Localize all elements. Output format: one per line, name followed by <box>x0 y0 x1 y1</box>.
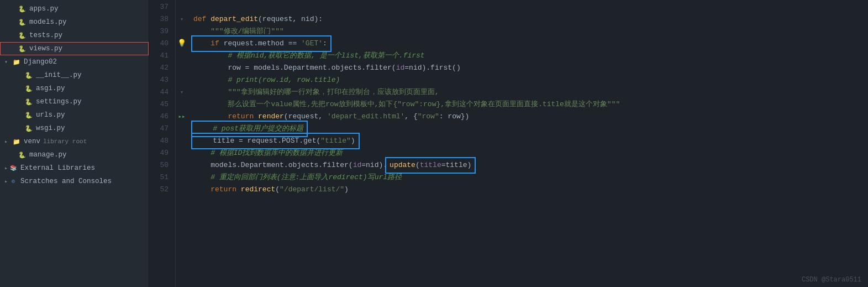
py-file-icon: 🐍 <box>18 4 27 13</box>
code-line-46: return render(request, 'depart_edit.html… <box>193 111 868 123</box>
sidebar-item-external-libs[interactable]: ▸ 📚 External Libraries <box>0 161 149 175</box>
gutter-cell-40: 💡 <box>176 38 188 50</box>
sidebar-item-views-py[interactable]: 🐍 views.py <box>0 42 149 55</box>
code-line-50: models.Department.objects.filter(id=nid)… <box>193 159 868 171</box>
scratches-icon: ⊙ <box>9 177 18 186</box>
sidebar-item-label: tests.py <box>29 32 62 39</box>
code-line-47: # post获取用户提交的标题 <box>193 123 868 135</box>
code-area: 37 38 39 40 41 42 43 44 45 46 47 48 49 5… <box>149 0 868 287</box>
sidebar-item-label: __init__.py <box>36 71 82 79</box>
py-file-icon: 🐍 <box>18 18 27 27</box>
py-file-icon: 🐍 <box>18 150 27 159</box>
code-line-51: # 重定向回部门列表(注意:上面导入redirect)写url路径 <box>193 171 868 184</box>
line-numbers: 37 38 39 40 41 42 43 44 45 46 47 48 49 5… <box>149 0 176 287</box>
code-line-43: # print(row.id, row.title) <box>193 74 868 86</box>
sidebar-item-django02[interactable]: ▾ 📁 Django02 <box>0 55 149 69</box>
sidebar-item-label: Scratches and Consoles <box>20 178 112 185</box>
sidebar-item-label: External Libraries <box>20 164 95 172</box>
py-file-icon: 🐍 <box>18 44 27 53</box>
expand-arrow: ▸ <box>4 138 11 145</box>
py-file-icon: 🐍 <box>24 71 33 80</box>
code-line-45: 那么设置一个value属性,先把row放到模板中,如下{"row":row},拿… <box>193 98 868 111</box>
gutter-cell-49 <box>176 147 188 159</box>
folder-icon: 📁 <box>12 58 21 66</box>
sidebar-item-wsgi-py[interactable]: 🐍 wsgi.py <box>0 122 149 135</box>
sidebar-item-label: views.py <box>29 45 62 53</box>
gutter-cell-44: ▾ <box>176 86 188 98</box>
sidebar-item-scratches[interactable]: ▸ ⊙ Scratches and Consoles <box>0 175 149 188</box>
sidebar-item-apps-py[interactable]: 🐍 apps.py <box>0 2 149 15</box>
sidebar-item-init-py[interactable]: 🐍 __init__.py <box>0 69 149 82</box>
expand-arrow: ▸ <box>4 178 8 185</box>
external-libs-icon: 📚 <box>9 164 18 173</box>
sidebar-item-manage-py[interactable]: 🐍 manage.py <box>0 148 149 161</box>
bulb-icon[interactable]: 💡 <box>177 38 186 50</box>
expand-arrow: ▸ <box>4 165 8 171</box>
gutter-cell-47 <box>176 123 188 135</box>
gutter-cell-38: ▾ <box>176 13 188 25</box>
sidebar-item-asgi-py[interactable]: 🐍 asgi.py <box>0 82 149 95</box>
gutter-cell-51 <box>176 171 188 184</box>
code-line-52: return redirect("/depart/list/") <box>193 184 868 196</box>
sidebar-item-label: urls.py <box>36 111 65 119</box>
code-lines[interactable]: def depart_edit(request, nid): """修改/编辑部… <box>188 0 868 287</box>
gutter-cell-41 <box>176 50 188 62</box>
code-line-40: if request.method == 'GET': <box>193 38 868 50</box>
sidebar-item-label: apps.py <box>29 5 59 13</box>
gutter-cell-37 <box>176 1 188 13</box>
code-line-48: title = request.POST.get("title") <box>193 135 868 147</box>
sidebar-item-settings-py[interactable]: 🐍 settings.py <box>0 95 149 108</box>
code-line-44: """拿到编辑好的哪一行对象，打印在控制台，应该放到页面里面, <box>193 86 868 98</box>
code-content: 37 38 39 40 41 42 43 44 45 46 47 48 49 5… <box>149 0 868 287</box>
py-file-icon: 🐍 <box>24 124 33 133</box>
gutter-cell-52 <box>176 184 188 196</box>
code-line-49: # 根据ID找到数据库中的数据并进行更新 <box>193 147 868 159</box>
gutter-cell-43 <box>176 74 188 86</box>
py-file-icon: 🐍 <box>24 111 33 119</box>
sidebar-item-label: settings.py <box>36 98 82 106</box>
gutter-cell-46: ▸▸ <box>176 111 188 123</box>
sidebar-item-label: Django02 <box>24 58 57 66</box>
gutter: ▾ 💡 ▾ ▸▸ <box>176 0 188 287</box>
gutter-cell-50 <box>176 159 188 171</box>
py-file-icon: 🐍 <box>24 84 33 93</box>
sidebar: 🐍 apps.py 🐍 models.py 🐍 tests.py 🐍 views… <box>0 0 149 287</box>
gutter-cell-45 <box>176 98 188 111</box>
expand-arrow: ▾ <box>4 59 11 65</box>
sidebar-item-label: venv <box>24 138 40 145</box>
gutter-cell-42 <box>176 62 188 74</box>
sidebar-item-label: manage.py <box>29 151 67 159</box>
folder-icon: 📁 <box>12 137 21 146</box>
watermark: CSDN @Stara0511 <box>802 276 861 284</box>
code-line-39: """修改/编辑部门""" <box>193 25 868 38</box>
py-file-icon: 🐍 <box>18 31 27 40</box>
code-line-38: def depart_edit(request, nid): <box>193 13 868 25</box>
gutter-cell-48 <box>176 135 188 147</box>
code-line-42: row = models.Department.objects.filter(i… <box>193 62 868 74</box>
sidebar-item-label: models.py <box>29 18 67 26</box>
sidebar-item-urls-py[interactable]: 🐍 urls.py <box>0 108 149 122</box>
library-root-label: library root <box>43 138 87 145</box>
sidebar-item-tests-py[interactable]: 🐍 tests.py <box>0 29 149 42</box>
sidebar-item-label: asgi.py <box>36 85 65 92</box>
sidebar-item-models-py[interactable]: 🐍 models.py <box>0 15 149 29</box>
sidebar-item-venv[interactable]: ▸ 📁 venv library root <box>0 135 149 148</box>
sidebar-item-label: wsgi.py <box>36 124 65 132</box>
gutter-cell-39 <box>176 25 188 38</box>
py-file-icon: 🐍 <box>24 97 33 106</box>
code-line-37 <box>193 1 868 13</box>
code-line-41: # 根据nid,获取它的数据, 是一个list,获取第一个.first <box>193 50 868 62</box>
